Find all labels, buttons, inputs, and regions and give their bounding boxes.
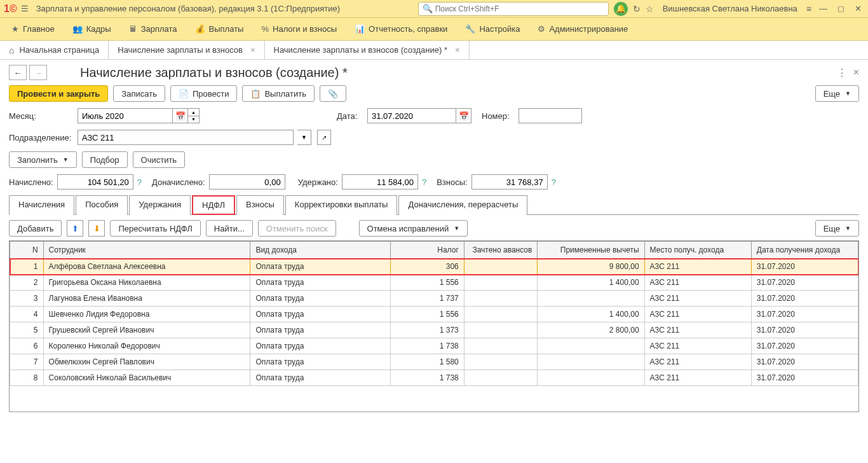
add-row-button[interactable]: Добавить (9, 220, 62, 237)
col-tax[interactable]: Налог (391, 242, 465, 259)
menu-label: Налоги и взносы (273, 24, 337, 34)
menu-kadry[interactable]: 👥Кадры (65, 20, 119, 38)
inner-tab-additional[interactable]: Доначисления, перерасчеты (398, 195, 527, 215)
menu-zarplata[interactable]: 🖩Зарплата (121, 20, 185, 38)
menu-label: Выплаты (209, 24, 244, 34)
dropdown-button[interactable]: ▼ (297, 130, 311, 145)
find-button[interactable]: Найти... (206, 220, 253, 237)
menu-nastroika[interactable]: 🔧Настройка (458, 20, 527, 38)
close-icon[interactable]: × (455, 45, 460, 55)
col-employee[interactable]: Сотрудник (43, 242, 250, 259)
clear-button[interactable]: Очистить (133, 151, 186, 168)
col-deductions[interactable]: Примененные вычеты (538, 242, 644, 259)
tab-home[interactable]: ⌂Начальная страница (0, 41, 109, 59)
open-ref-button[interactable]: ↗ (317, 130, 331, 145)
inner-tab-contrib[interactable]: Взносы (236, 195, 284, 215)
help-icon[interactable]: ? (422, 177, 426, 187)
col-n[interactable]: N (10, 242, 44, 259)
menu-admin[interactable]: ⚙Администрирование (530, 20, 635, 38)
withheld-input[interactable] (342, 174, 418, 190)
more-button[interactable]: Еще▼ (815, 85, 859, 102)
month-input[interactable] (78, 108, 173, 123)
history-icon[interactable]: ↻ (633, 4, 641, 14)
pick-button[interactable]: Подбор (82, 151, 128, 168)
table-wrap: N Сотрудник Вид дохода Налог Зачтено ава… (9, 240, 859, 412)
logo-1c: 1© (4, 3, 17, 15)
hamburger-icon[interactable]: ☰ (21, 4, 29, 13)
help-icon[interactable]: ? (552, 177, 556, 187)
accrued-input[interactable] (57, 174, 133, 190)
table-row[interactable]: 1Алфёрова Светлана АлексеевнаОплата труд… (10, 259, 858, 275)
table-row[interactable]: 6Короленко Николай ФедоровичОплата труда… (10, 338, 858, 354)
table-row[interactable]: 3Лагунова Елена ИвановнаОплата труда1 73… (10, 291, 858, 307)
col-advance[interactable]: Зачтено авансов (464, 242, 538, 259)
tab-accrual-list[interactable]: Начисление зарплаты и взносов× (109, 41, 264, 59)
fill-button[interactable]: Заполнить▼ (9, 151, 77, 168)
minimize-button[interactable]: — (817, 4, 830, 13)
cell-employee: Обмелюхин Сергей Павлович (43, 354, 250, 370)
table-row[interactable]: 7Обмелюхин Сергей ПавловичОплата труда1 … (10, 354, 858, 370)
col-place[interactable]: Место получ. дохода (644, 242, 751, 259)
table-row[interactable]: 5Грушевский Сергей ИвановичОплата труда1… (10, 322, 858, 338)
spin-up-icon[interactable]: ▲ (188, 109, 199, 116)
extra-input[interactable] (209, 174, 285, 190)
month-spinner[interactable]: ▲▼ (188, 108, 200, 123)
bell-icon[interactable]: 🔔 (614, 2, 628, 16)
pay-button[interactable]: 📋Выплатить (242, 85, 315, 102)
cell-employee: Григорьева Оксана Николаевна (43, 275, 250, 291)
cell-place: А3С 211 (644, 291, 751, 307)
post-button[interactable]: 📄Провести (170, 85, 238, 102)
menu-label: Главное (23, 24, 55, 34)
write-button[interactable]: Записать (113, 85, 165, 102)
help-icon[interactable]: ? (137, 177, 142, 187)
ndfl-table[interactable]: N Сотрудник Вид дохода Налог Зачтено ава… (10, 241, 858, 386)
table-more-button[interactable]: Еще▼ (815, 220, 859, 237)
recalc-button[interactable]: Пересчитать НДФЛ (110, 220, 200, 237)
cell-place: А3С 211 (644, 338, 751, 354)
cell-n: 7 (10, 354, 44, 370)
search-input[interactable] (435, 4, 604, 13)
close-button[interactable]: ✕ (852, 4, 864, 13)
contrib-input[interactable] (471, 174, 548, 190)
table-row[interactable]: 4Шевченко Лидия ФедоровнаОплата труда1 5… (10, 307, 858, 322)
close-page-icon[interactable]: × (853, 67, 859, 78)
dept-input[interactable] (78, 130, 294, 145)
filter-icon[interactable]: ≡ (806, 4, 811, 14)
nav-forward-button[interactable]: → (29, 65, 47, 80)
table-row[interactable]: 2Григорьева Оксана НиколаевнаОплата труд… (10, 275, 858, 291)
calendar-button[interactable]: 📅 (456, 108, 471, 123)
menu-main[interactable]: ★Главное (4, 20, 62, 38)
cell-place: А3С 211 (644, 259, 751, 275)
attach-button[interactable]: 📎 (320, 85, 346, 102)
star-icon[interactable]: ☆ (646, 4, 654, 14)
cancel-fix-button[interactable]: Отмена исправлений▼ (359, 220, 468, 237)
commit-close-button[interactable]: Провести и закрыть (9, 85, 108, 102)
inner-tab-ndfl[interactable]: НДФЛ (192, 195, 235, 215)
move-up-button[interactable]: ⬆ (67, 220, 83, 237)
col-date[interactable]: Дата получения дохода (751, 242, 858, 259)
menu-otchet[interactable]: 📊Отчетность, справки (347, 20, 455, 38)
menu-vyplaty[interactable]: 💰Выплаты (187, 20, 252, 38)
kebab-icon[interactable]: ⋮ (837, 67, 847, 79)
cell-income-type: Оплата труда (250, 370, 391, 386)
menu-nalogi[interactable]: %Налоги и взносы (254, 20, 344, 38)
inner-tab-withholdings[interactable]: Удержания (129, 195, 191, 215)
table-row[interactable]: 8Соколовский Николай ВасильевичОплата тр… (10, 370, 858, 386)
number-input[interactable] (519, 108, 582, 123)
inner-tab-accruals[interactable]: Начисления (9, 195, 74, 215)
nav-back-button[interactable]: ← (9, 65, 27, 80)
date-input[interactable] (367, 108, 456, 123)
calendar-button[interactable]: 📅 (173, 108, 188, 123)
cancel-find-button[interactable]: Отменить поиск (258, 220, 336, 237)
search-box[interactable]: 🔍 (418, 2, 609, 16)
move-down-button[interactable]: ⬇ (88, 220, 105, 237)
cell-place: А3С 211 (644, 354, 751, 370)
inner-tab-corrections[interactable]: Корректировки выплаты (285, 195, 398, 215)
inner-tab-benefits[interactable]: Пособия (76, 195, 128, 215)
maximize-button[interactable]: ◻ (835, 4, 847, 13)
col-income-type[interactable]: Вид дохода (250, 242, 391, 259)
user-name[interactable]: Вишневская Светлана Николаевна (663, 4, 797, 13)
close-icon[interactable]: × (250, 45, 255, 55)
spin-down-icon[interactable]: ▼ (188, 116, 199, 123)
tab-accrual-create[interactable]: Начисление зарплаты и взносов (создание)… (265, 41, 470, 59)
